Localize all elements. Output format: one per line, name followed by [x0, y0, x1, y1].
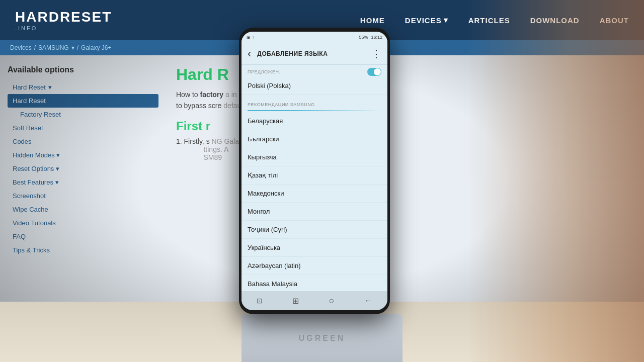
nav-home[interactable]: HOME	[360, 16, 385, 25]
sidebar-item-codes[interactable]: Codes	[8, 135, 158, 148]
logo[interactable]: HARDRESET .INFO	[15, 9, 112, 31]
status-bar: ▣ ↑ 55% 16:12	[242, 32, 387, 43]
sidebar-item-best-features[interactable]: Best Features ▾	[8, 175, 158, 189]
lang-item-ukrainian[interactable]: Українська	[242, 239, 387, 257]
phone-frame: ▣ ↑ 55% 16:12 ‹ ДОБАВЛЕНИЕ ЯЗЫКА ⋮ ПРЕДЛ…	[239, 28, 390, 314]
toggle-switch[interactable]	[367, 68, 381, 76]
sidebar-item-hard-reset[interactable]: Hard Reset	[8, 94, 158, 108]
time-text: 16:12	[371, 35, 382, 40]
lang-item-azerbaijani[interactable]: Azərbaycan (latin)	[242, 257, 387, 275]
lang-item-malay[interactable]: Bahasa Malaysia	[242, 275, 387, 291]
sidebar-item-soft-reset[interactable]: Soft Reset	[8, 121, 158, 135]
bottom-navigation: ⊡ ⊞ ○ ←	[242, 291, 387, 310]
back-nav-button[interactable]: ←	[364, 296, 372, 305]
sidebar-item-screenshot[interactable]: Screenshot	[8, 189, 158, 203]
nav-devices[interactable]: DEVICES ▾	[405, 16, 448, 25]
lang-item-polski[interactable]: Polski (Polska)	[242, 77, 387, 95]
nav-about[interactable]: ABOUT	[600, 16, 629, 25]
app-header: ‹ ДОБАВЛЕНИЕ ЯЗЫКА ⋮	[242, 43, 387, 65]
sidebar-item-factory-reset[interactable]: Factory Reset	[8, 108, 158, 121]
logo-sub: .INFO	[15, 25, 112, 31]
phone-stand: UGREEN	[242, 314, 403, 362]
signal-icon: ▣	[247, 35, 251, 40]
sidebar-item-hidden-modes[interactable]: Hidden Modes ▾	[8, 148, 158, 162]
nav-articles[interactable]: ARTICLES	[468, 16, 510, 25]
lang-item-macedonian[interactable]: Македонски	[242, 185, 387, 203]
phone-screen: ▣ ↑ 55% 16:12 ‹ ДОБАВЛЕНИЕ ЯЗЫКА ⋮ ПРЕДЛ…	[242, 32, 387, 310]
sidebar-item-tips[interactable]: Tips & Tricks	[8, 243, 158, 257]
nav-links: HOME DEVICES ▾ ARTICLES DOWNLOAD ABOUT	[360, 16, 629, 25]
lang-item-kazakh[interactable]: Қазақ тілі	[242, 166, 387, 185]
section-divider	[248, 110, 381, 111]
back-button[interactable]: ‹	[248, 47, 251, 60]
status-left-icons: ▣ ↑	[247, 35, 254, 40]
status-right: 55% 16:12	[359, 35, 382, 40]
stand-label: UGREEN	[299, 334, 345, 343]
language-list[interactable]: ПРЕДЛОЖЕН. Polski (Polska) РЕКОМЕНДАЦИИ …	[242, 65, 387, 291]
suggested-section-header: ПРЕДЛОЖЕН.	[242, 65, 387, 77]
home-button[interactable]: ○	[329, 296, 335, 306]
breadcrumb-samsung[interactable]: SAMSUNG	[38, 44, 69, 51]
logo-main: HARDRESET	[15, 9, 112, 25]
sidebar-item-faq[interactable]: FAQ	[8, 230, 158, 243]
sidebar-item-reset-options[interactable]: Reset Options ▾	[8, 162, 158, 175]
app-title: ДОБАВЛЕНИЕ ЯЗЫКА	[257, 50, 371, 57]
sidebar-item-video-tutorials[interactable]: Video Tutorials	[8, 216, 158, 230]
lang-item-mongolian[interactable]: Монгол	[242, 203, 387, 221]
wifi-icon: ↑	[252, 35, 254, 40]
lang-item-kyrgyz[interactable]: Кыргызча	[242, 148, 387, 166]
sidebar-item-wipe-cache[interactable]: Wipe Cache	[8, 203, 158, 216]
breadcrumb-model[interactable]: Galaxy J6+	[81, 44, 111, 51]
lang-item-bulgarian[interactable]: Български	[242, 130, 387, 148]
lang-item-tajik[interactable]: Тоҷикӣ (Cyrl)	[242, 221, 387, 239]
sidebar-item-hard-reset-dropdown[interactable]: Hard Reset ▾	[8, 80, 158, 94]
more-button[interactable]: ⋮	[371, 48, 381, 60]
battery-text: 55%	[359, 35, 368, 40]
samsung-section-header: РЕКОМЕНДАЦИИ SAMSUNG	[242, 95, 387, 110]
nav-download[interactable]: DOWNLOAD	[530, 16, 580, 25]
recent-apps-button2[interactable]: ⊞	[292, 296, 299, 306]
lang-item-belarusian[interactable]: Беларуская	[242, 112, 387, 130]
suggested-label: ПРЕДЛОЖЕН.	[248, 69, 367, 74]
recent-apps-button[interactable]: ⊡	[257, 297, 263, 305]
sidebar-title: Available options	[8, 65, 158, 74]
breadcrumb-devices[interactable]: Devices	[10, 44, 32, 51]
samsung-label: РЕКОМЕНДАЦИИ SAMSUNG	[248, 102, 315, 107]
